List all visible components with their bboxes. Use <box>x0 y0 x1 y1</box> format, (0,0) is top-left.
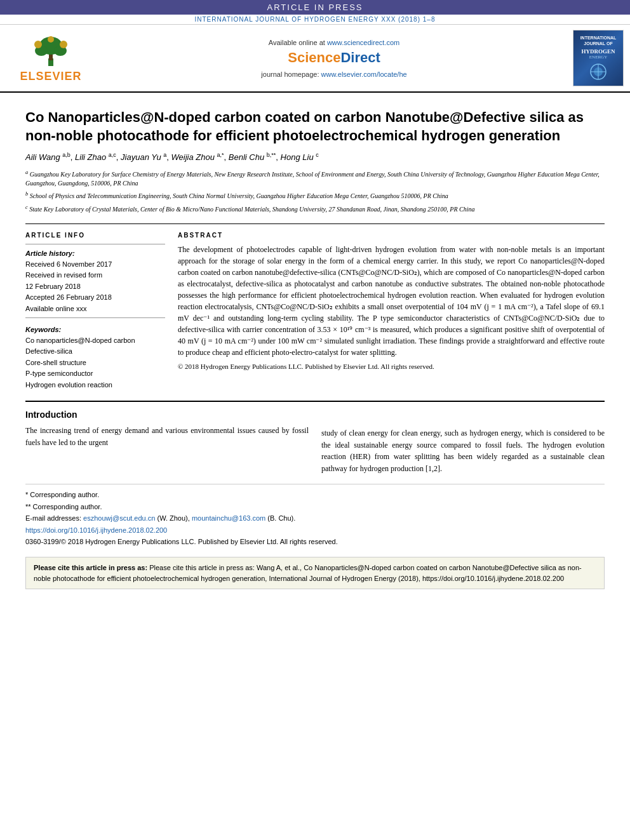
received-revised-date: 12 February 2018 <box>25 282 165 291</box>
doi-line: https://doi.org/10.1016/j.ijhydene.2018.… <box>25 525 605 536</box>
author-jiayuan-yu: Jiayuan Yu <box>121 153 161 163</box>
keyword-3: Core-shell structure <box>25 358 165 368</box>
accepted-date: Accepted 26 February 2018 <box>25 293 165 302</box>
article-info-heading: ARTICLE INFO <box>25 232 165 239</box>
article-in-press-banner: ARTICLE IN PRESS <box>0 0 630 15</box>
affiliation-b: b School of Physics and Telecommunicatio… <box>25 190 605 201</box>
received-revised-label: Received in revised form <box>25 270 165 280</box>
affiliation-a: a Guangzhou Key Laboratory for Surface C… <box>25 169 605 188</box>
article-info-column: ARTICLE INFO Article history: Received 6… <box>25 232 165 391</box>
issn-line: 0360-3199/© 2018 Hydrogen Energy Publica… <box>25 538 605 545</box>
svg-point-6 <box>60 41 67 48</box>
author-weijia-zhou: Weijia Zhou <box>171 153 215 163</box>
journal-homepage: journal homepage: www.elsevier.com/locat… <box>261 70 406 78</box>
journal-cover-text2: JOURNAL OF <box>584 41 612 46</box>
elsevier-tree-icon <box>25 33 76 68</box>
citation-please-cite-label: Please cite this article in press as: <box>34 564 149 571</box>
doi-link[interactable]: https://doi.org/10.1016/j.ijhydene.2018.… <box>25 526 167 534</box>
intro-col-right: study of clean energy for clean energy, … <box>321 410 605 474</box>
svg-point-7 <box>48 36 54 43</box>
abstract-heading: ABSTRACT <box>178 232 605 239</box>
keyword-1: Co nanoparticles@N-doped carbon <box>25 336 165 345</box>
intro-text-right: study of clean energy for clean energy, … <box>321 427 605 474</box>
journal-cover-text1: INTERNATIONAL <box>580 35 617 41</box>
introduction-section: Introduction The increasing trend of ene… <box>25 401 605 474</box>
author-aili-wang: Aili Wang <box>25 153 60 163</box>
intro-text-left: The increasing trend of energy demand an… <box>25 425 309 448</box>
divider-1 <box>25 244 165 244</box>
email-line: E-mail addresses: eszhouwj@scut.edu.cn (… <box>25 513 605 524</box>
journal-info-center: Available online at www.sciencedirect.co… <box>95 30 573 86</box>
corresponding-author-2: ** Corresponding author. <box>25 502 605 512</box>
copyright-text: © 2018 Hydrogen Energy Publications LLC.… <box>178 362 605 371</box>
sciencedirect-brand: ScienceDirect <box>288 50 380 66</box>
two-column-section: ARTICLE INFO Article history: Received 6… <box>25 223 605 391</box>
elsevier-logo: ELSEVIER <box>6 30 95 86</box>
available-online-label: Available online at www.sciencedirect.co… <box>269 39 399 46</box>
svg-point-5 <box>34 41 42 48</box>
email1-name: (W. Zhou), <box>157 514 189 522</box>
journal-cover: INTERNATIONAL JOURNAL OF HYDROGEN ENERGY <box>573 30 624 86</box>
keyword-4: P-type semiconductor <box>25 369 165 378</box>
footnotes-section: * Corresponding author. ** Corresponding… <box>25 484 605 550</box>
abstract-text: The development of photoelectrodes capab… <box>178 244 605 358</box>
available-online: Available online xxx <box>25 304 165 314</box>
author-benli-chu: Benli Chu <box>229 153 264 163</box>
email2-name: (B. Chu). <box>267 514 295 522</box>
keywords-label: Keywords: <box>25 326 165 333</box>
introduction-two-col: Introduction The increasing trend of ene… <box>25 410 605 474</box>
abstract-column: ABSTRACT The development of photoelectro… <box>178 232 605 391</box>
received-date: Received 6 November 2017 <box>25 260 165 269</box>
journal-homepage-link[interactable]: www.elsevier.com/locate/he <box>321 70 407 78</box>
journal-cover-title2: ENERGY <box>589 55 607 60</box>
corresponding-author-1: * Corresponding author. <box>25 490 605 500</box>
keyword-5: Hydrogen evolution reaction <box>25 380 165 390</box>
citation-box: Please cite this article in press as: Pl… <box>25 557 605 589</box>
article-title: Co Nanoparticles@N-doped carbon coated o… <box>25 109 605 145</box>
affiliations: a Guangzhou Key Laboratory for Surface C… <box>25 169 605 214</box>
keyword-2: Defective-silica <box>25 347 165 356</box>
journal-cover-graphic <box>579 62 617 81</box>
authors-line: Aili Wang a,b, Lili Zhao a,c, Jiayuan Yu… <box>25 151 605 164</box>
top-section: ELSEVIER Available online at www.science… <box>0 25 630 93</box>
elsevier-brand-text: ELSEVIER <box>20 70 81 83</box>
author-hong-liu: Hong Liu <box>281 153 314 163</box>
email2-link[interactable]: mountainchu@163.com <box>192 514 265 522</box>
affiliation-c: c State Key Laboratory of Crystal Materi… <box>25 204 605 214</box>
journal-cover-title1: HYDROGEN <box>581 48 615 55</box>
keywords-section: Keywords: Co nanoparticles@N-doped carbo… <box>25 326 165 390</box>
sciencedirect-url[interactable]: www.sciencedirect.com <box>327 39 399 46</box>
intro-col-left: Introduction The increasing trend of ene… <box>25 410 309 474</box>
divider-2 <box>25 317 165 318</box>
paper-content: Co Nanoparticles@N-doped carbon coated o… <box>0 93 630 596</box>
author-lili-zhao: Lili Zhao <box>75 153 106 163</box>
history-label: Article history: <box>25 250 165 257</box>
email1-link[interactable]: eszhouwj@scut.edu.cn <box>83 514 155 522</box>
introduction-heading: Introduction <box>25 410 309 420</box>
journal-header-bar: INTERNATIONAL JOURNAL OF HYDROGEN ENERGY… <box>0 15 630 25</box>
